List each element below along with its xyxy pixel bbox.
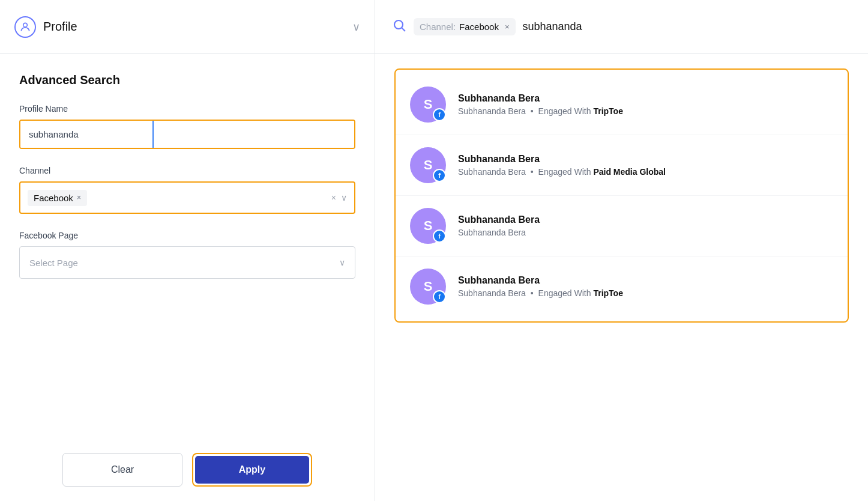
result-meta-name: Subhananda Bera (458, 106, 526, 116)
result-item[interactable]: S f Subhananda Bera Subhananda Bera • En… (396, 257, 848, 317)
result-info: Subhananda Bera Subhananda Bera • Engage… (458, 275, 833, 298)
dot-separator: • (528, 288, 536, 298)
result-meta-name: Subhananda Bera (458, 228, 526, 237)
result-meta: Subhananda Bera • Engaged With TripToe (458, 288, 833, 298)
engaged-with-value: TripToe (593, 106, 623, 116)
facebook-badge: f (433, 169, 446, 182)
facebook-badge: f (433, 290, 446, 303)
avatar-wrapper: S f (410, 208, 446, 244)
results-container: S f Subhananda Bera Subhananda Bera • En… (394, 68, 849, 323)
result-meta: Subhananda Bera • Engaged With TripToe (458, 106, 833, 116)
result-name: Subhananda Bera (458, 93, 833, 104)
result-meta-name: Subhananda Bera (458, 288, 526, 298)
result-info: Subhananda Bera Subhananda Bera (458, 214, 833, 237)
svg-point-0 (23, 23, 28, 27)
engaged-with-value: TripToe (593, 288, 623, 298)
buttons-row: Clear Apply (19, 439, 355, 487)
channel-tag-remove-icon[interactable]: × (77, 193, 81, 202)
channel-selected-tag: Facebook × (28, 190, 87, 206)
channel-label: Channel (19, 166, 355, 175)
profile-icon (14, 16, 36, 38)
left-panel: Advanced Search Profile Name Channel Fac… (0, 54, 375, 501)
right-panel-header: Channel: Facebook × subhananda (375, 0, 868, 53)
result-meta: Subhananda Bera (458, 228, 833, 237)
result-item[interactable]: S f Subhananda Bera Subhananda Bera • En… (396, 135, 848, 196)
engaged-with-label: Engaged With (538, 106, 594, 116)
channel-select-box[interactable]: Facebook × × ∨ (19, 181, 355, 214)
avatar-wrapper: S f (410, 147, 446, 183)
engaged-with-value: Paid Media Global (593, 167, 666, 177)
profile-name-input-wrapper (19, 120, 355, 149)
facebook-badge: f (433, 229, 446, 243)
page-select-placeholder: Select Page (29, 258, 339, 268)
main-content: Advanced Search Profile Name Channel Fac… (0, 54, 868, 501)
search-query-text: subhananda (523, 20, 582, 33)
result-info: Subhananda Bera Subhananda Bera • Engage… (458, 154, 833, 177)
channel-field-wrapper: Channel Facebook × × ∨ (19, 166, 355, 214)
engaged-with-label: Engaged With (538, 167, 594, 177)
dot-separator: • (528, 167, 536, 177)
result-name: Subhananda Bera (458, 214, 833, 225)
channel-select-controls: × ∨ (331, 193, 347, 202)
result-item[interactable]: S f Subhananda Bera Subhananda Bera (396, 196, 848, 257)
clear-button[interactable]: Clear (62, 453, 182, 487)
channel-tag-value: Facebook (459, 22, 499, 32)
avatar-wrapper: S f (410, 269, 446, 305)
facebook-badge: f (433, 108, 446, 121)
page-select-chevron-icon: ∨ (339, 258, 345, 267)
channel-tag-close-icon[interactable]: × (505, 22, 510, 31)
result-info: Subhananda Bera Subhananda Bera • Engage… (458, 93, 833, 116)
advanced-search-title: Advanced Search (19, 73, 355, 87)
profile-title: Profile (43, 20, 352, 34)
channel-selected-value: Facebook (34, 193, 73, 203)
channel-filter-tag: Channel: Facebook × (414, 18, 516, 35)
result-name: Subhananda Bera (458, 275, 833, 286)
apply-button-wrapper: Apply (192, 453, 312, 487)
result-meta-name: Subhananda Bera (458, 167, 526, 177)
facebook-page-label: Facebook Page (19, 231, 355, 240)
top-bar: Profile ∨ Channel: Facebook × subhananda (0, 0, 868, 54)
page-select-box[interactable]: Select Page ∨ (19, 246, 355, 279)
dot-separator: • (528, 106, 536, 116)
channel-clear-icon[interactable]: × (331, 193, 336, 202)
profile-name-label: Profile Name (19, 104, 355, 114)
svg-point-1 (394, 20, 403, 29)
avatar-wrapper: S f (410, 87, 446, 123)
result-name: Subhananda Bera (458, 154, 833, 165)
channel-chevron-icon[interactable]: ∨ (341, 193, 347, 202)
result-meta: Subhananda Bera • Engaged With Paid Medi… (458, 167, 833, 177)
channel-tag-label: Channel: (420, 22, 456, 32)
profile-name-input-right[interactable] (152, 121, 354, 148)
right-panel: S f Subhananda Bera Subhananda Bera • En… (375, 54, 868, 501)
result-item[interactable]: S f Subhananda Bera Subhananda Bera • En… (396, 74, 848, 135)
apply-button[interactable]: Apply (195, 456, 309, 484)
svg-line-2 (402, 28, 406, 31)
search-icon (392, 18, 406, 36)
facebook-page-field: Facebook Page Select Page ∨ (19, 231, 355, 279)
left-panel-header: Profile ∨ (0, 0, 375, 53)
profile-name-input[interactable] (20, 121, 152, 148)
chevron-down-icon[interactable]: ∨ (352, 20, 360, 34)
engaged-with-label: Engaged With (538, 288, 594, 298)
